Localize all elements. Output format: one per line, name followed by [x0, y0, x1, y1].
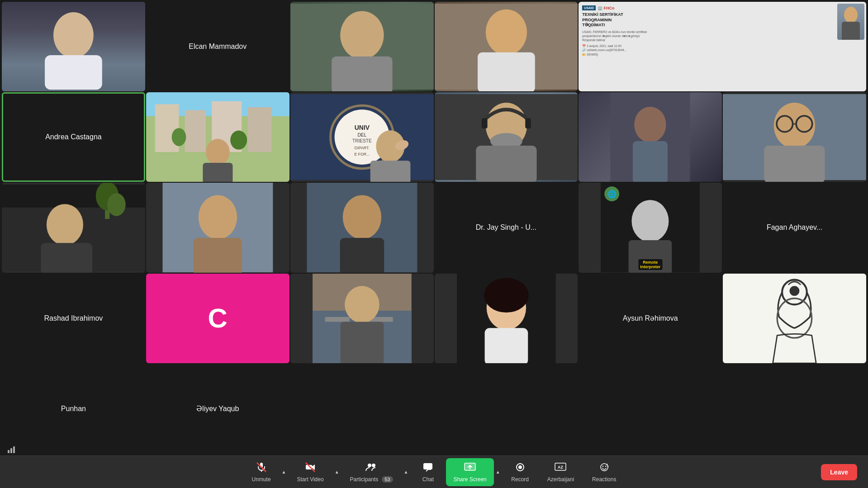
video-cell-lean [2, 183, 145, 272]
svg-point-17 [230, 131, 247, 150]
share-screen-group: Share Screen ▲ [446, 458, 502, 486]
video-cell-right [579, 92, 722, 182]
start-video-label: Start Video [297, 476, 323, 483]
svg-rect-79 [10, 448, 12, 453]
svg-rect-9 [842, 22, 860, 40]
reactions-label: Reactions [592, 476, 616, 483]
svg-text:🌐: 🌐 [607, 190, 617, 199]
svg-point-86 [368, 464, 371, 467]
svg-point-76 [790, 286, 800, 296]
video-grid: Elcan Mammadov USAID 🏢 FHCo TEXNİKİ SERT… [0, 0, 868, 455]
svg-rect-58 [340, 238, 384, 272]
share-screen-label: Share Screen [453, 476, 486, 483]
svg-rect-13 [185, 110, 206, 152]
azerbaijani-label: Azerbaijani [547, 476, 574, 483]
unmute-group: Unmute ▲ [243, 458, 288, 486]
reactions-icon [598, 462, 610, 474]
video-cell-jaysingh: Dr. Jay Singh - U... [435, 183, 578, 272]
svg-point-62 [632, 200, 669, 242]
chat-icon [422, 462, 433, 474]
participants-group: Participants 53 ▲ [341, 458, 410, 486]
presentation-cell: USAID 🏢 FHCo TEXNİKİ SERTİFİKATPROQRAMIN… [579, 2, 866, 91]
record-label: Record [511, 476, 529, 483]
video-cell-elcan: Elcan Mammadov [146, 2, 289, 91]
video-cell [2, 2, 145, 91]
svg-point-96 [605, 465, 606, 466]
svg-rect-52 [41, 243, 92, 273]
svg-point-6 [485, 9, 526, 55]
start-video-button[interactable]: Start Video [288, 458, 332, 486]
video-cell-woman [435, 274, 578, 363]
svg-rect-34 [481, 118, 487, 128]
video-cell-andrea: Andrea Castagna [2, 92, 145, 182]
unmute-arrow[interactable]: ▲ [280, 466, 288, 478]
participants-button[interactable]: Participants 53 [341, 458, 402, 486]
svg-rect-7 [478, 52, 535, 91]
svg-rect-55 [194, 238, 242, 272]
participant-name-jaysingh: Dr. Jay Singh - U... [472, 220, 540, 235]
svg-rect-29 [370, 161, 411, 182]
video-cell [435, 2, 578, 91]
svg-point-51 [47, 204, 83, 246]
svg-point-50 [107, 193, 126, 216]
svg-point-18 [206, 139, 230, 165]
unmute-label: Unmute [252, 476, 271, 483]
svg-point-87 [372, 464, 375, 467]
azerbaijani-button[interactable]: AZ Azerbaijani [538, 458, 583, 486]
leave-button[interactable]: Leave [821, 464, 857, 480]
video-cell-rashad: Rashad Ibrahimov [2, 274, 145, 363]
chat-button[interactable]: Chat [410, 458, 446, 486]
video-cell-aysun: Aysun Rəhimova [579, 274, 722, 363]
chat-label: Chat [422, 476, 434, 483]
svg-rect-19 [203, 163, 232, 182]
share-screen-button[interactable]: Share Screen [446, 458, 493, 486]
participants-label: Participants [350, 476, 379, 483]
participants-icon [365, 462, 378, 474]
record-button[interactable]: Record [502, 458, 538, 486]
participant-name: Elcan Mammadov [185, 39, 250, 54]
video-cell-interpreter: 🌐 RemoteInterpreter [579, 183, 722, 272]
video-cell-punhan: Punhan [2, 364, 145, 454]
participant-name-rashad: Rashad Ibrahimov [40, 311, 106, 326]
participants-arrow[interactable]: ▲ [402, 466, 410, 478]
svg-point-16 [171, 128, 186, 146]
svg-rect-69 [340, 322, 384, 363]
unmute-button[interactable]: Unmute [243, 458, 280, 486]
svg-point-95 [602, 465, 603, 466]
language-icon: AZ [555, 462, 566, 474]
svg-point-41 [774, 103, 815, 148]
svg-point-91 [518, 465, 522, 469]
record-icon [515, 462, 526, 474]
share-screen-arrow[interactable]: ▲ [494, 466, 502, 478]
video-arrow[interactable]: ▲ [333, 466, 341, 478]
video-off-icon [305, 462, 316, 474]
svg-rect-35 [525, 118, 531, 128]
svg-point-72 [484, 278, 528, 313]
video-cell-sketch [723, 274, 866, 363]
participant-name-aliyev: Əliyev Yaqub [193, 401, 242, 417]
video-cell-photo [290, 274, 434, 363]
toolbar: Unmute ▲ Start Video ▲ [0, 455, 868, 488]
svg-rect-78 [8, 450, 9, 453]
participants-count: 53 [382, 476, 393, 483]
signal-indicator [7, 444, 16, 455]
participant-name-andrea: Andrea Castagna [42, 129, 105, 145]
svg-text:AZ: AZ [558, 465, 563, 469]
video-cell-portrait [146, 183, 289, 272]
video-cell-city [146, 92, 289, 182]
video-cell-headset [435, 92, 578, 182]
svg-point-54 [199, 195, 237, 240]
video-cell-fagan: Fagan Aghayev... [723, 183, 866, 272]
participant-name-punhan: Punhan [57, 401, 90, 417]
video-cell-aliyev: Əliyev Yaqub [146, 364, 289, 454]
participant-name-aysun: Aysun Rəhimova [619, 310, 682, 326]
svg-point-3 [340, 11, 384, 59]
video-cell-portrait2 [290, 183, 434, 272]
svg-rect-88 [423, 463, 432, 469]
svg-rect-1 [45, 55, 102, 90]
reactions-button[interactable]: Reactions [583, 458, 625, 486]
svg-rect-73 [484, 328, 528, 363]
video-cell-c: C [146, 274, 289, 363]
svg-point-38 [635, 107, 666, 142]
svg-point-57 [342, 195, 381, 240]
